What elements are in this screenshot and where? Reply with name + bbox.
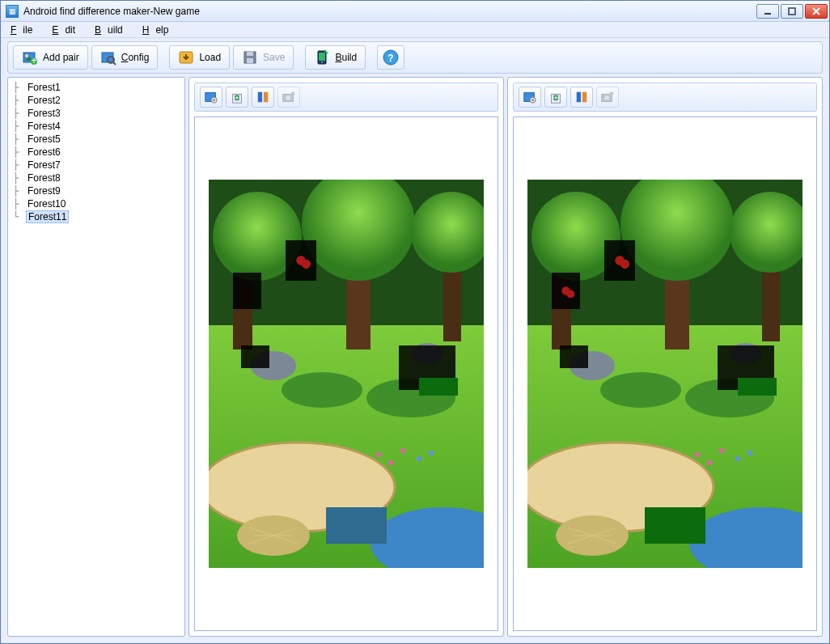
diff-marker	[738, 378, 777, 396]
load-button[interactable]: Load	[169, 45, 230, 70]
main-toolbar: + Add pair Config Load Save Build ?	[7, 41, 823, 74]
recycle-button[interactable]	[544, 87, 567, 108]
camera-button[interactable]	[596, 87, 619, 108]
svg-point-54	[531, 99, 533, 100]
svg-rect-60	[610, 92, 614, 95]
compare-button[interactable]	[570, 87, 593, 108]
diff-marker	[286, 240, 316, 281]
close-button[interactable]	[805, 4, 828, 19]
pair-list-item-label: Forest7	[26, 159, 62, 171]
app-icon: ▦	[6, 5, 19, 18]
maximize-button[interactable]	[781, 4, 803, 19]
svg-point-27	[286, 95, 290, 100]
load-icon	[178, 49, 194, 66]
pair-list-item[interactable]: └Forest11	[13, 210, 180, 223]
pair-list-item-label: Forest1	[26, 82, 62, 93]
pair-list-item[interactable]: ├Forest2	[13, 94, 180, 107]
pair-list-item[interactable]: ├Forest4	[13, 120, 180, 133]
minimize-button[interactable]	[756, 4, 779, 19]
svg-point-83	[747, 451, 752, 455]
pair-list-item[interactable]: ├Forest6	[13, 146, 180, 159]
save-icon	[242, 49, 258, 66]
svg-text:+: +	[31, 55, 36, 66]
config-label: Config	[121, 52, 150, 63]
pair-list-item[interactable]: ├Forest1	[13, 81, 180, 94]
svg-point-73	[600, 372, 681, 408]
add-pair-icon: +	[22, 49, 38, 66]
right-image-panel	[507, 77, 823, 637]
svg-point-49	[400, 448, 405, 453]
help-button[interactable]: ?	[377, 45, 404, 70]
save-label: Save	[263, 52, 285, 63]
menu-file[interactable]: File	[4, 23, 45, 37]
svg-rect-13	[247, 52, 253, 56]
window-controls	[756, 4, 828, 19]
svg-rect-24	[258, 92, 262, 103]
svg-rect-57	[582, 92, 587, 103]
diff-marker	[233, 273, 261, 309]
svg-point-47	[376, 452, 381, 457]
build-button[interactable]: Build	[305, 45, 366, 70]
left-canvas[interactable]	[194, 117, 498, 631]
config-icon	[100, 49, 116, 66]
svg-point-41	[282, 372, 362, 408]
help-icon: ?	[383, 49, 399, 66]
pair-list-item[interactable]: ├Forest5	[13, 133, 180, 146]
svg-rect-28	[291, 92, 295, 95]
svg-rect-16	[319, 53, 325, 61]
pair-list-item[interactable]: ├Forest8	[13, 172, 180, 184]
camera-button[interactable]	[277, 87, 300, 108]
right-image	[527, 180, 802, 568]
image-settings-button[interactable]	[519, 87, 541, 108]
left-image-toolbar	[194, 83, 498, 112]
right-image-toolbar	[513, 83, 817, 112]
menu-edit[interactable]: Edit	[45, 23, 88, 37]
left-image-panel	[188, 77, 504, 637]
svg-text:?: ?	[388, 53, 394, 64]
pair-list-item-label: Forest8	[26, 172, 62, 184]
save-button[interactable]: Save	[233, 45, 294, 70]
compare-button[interactable]	[252, 87, 274, 108]
pair-list-item[interactable]: ├Forest3	[13, 107, 180, 120]
svg-rect-14	[247, 58, 253, 63]
image-settings-button[interactable]	[200, 87, 222, 108]
menu-build[interactable]: Build	[88, 23, 136, 37]
svg-point-51	[429, 451, 434, 455]
diff-marker	[419, 378, 458, 396]
pair-list-item-label: Forest2	[26, 95, 62, 106]
svg-rect-25	[264, 92, 268, 103]
pair-list-item[interactable]: ├Forest9	[13, 184, 180, 197]
pair-list-item-label: Forest9	[26, 185, 62, 197]
app-window: ▦ Android find difference maker-New game…	[0, 0, 830, 644]
svg-rect-1	[789, 8, 795, 15]
left-image	[209, 180, 484, 568]
build-label: Build	[335, 52, 357, 63]
diff-marker	[552, 273, 580, 309]
svg-point-22	[213, 99, 214, 100]
pair-list-item-label: Forest10	[26, 198, 67, 210]
svg-point-59	[604, 95, 608, 100]
window-title: Android find difference maker-New game	[23, 6, 756, 17]
right-canvas[interactable]	[513, 117, 817, 631]
recycle-button[interactable]	[226, 87, 248, 108]
pair-list-item[interactable]: ├Forest7	[13, 159, 180, 172]
svg-point-82	[735, 456, 740, 461]
menu-bar: File Edit Build Help	[1, 22, 829, 38]
pair-list-item-label: Forest5	[26, 133, 62, 145]
diff-marker	[645, 507, 705, 544]
pair-list-item[interactable]: ├Forest10	[13, 197, 180, 210]
svg-point-80	[707, 460, 712, 465]
add-pair-button[interactable]: + Add pair	[13, 45, 88, 70]
diff-marker	[604, 240, 635, 281]
svg-point-50	[417, 456, 421, 461]
menu-help[interactable]: Help	[136, 23, 182, 37]
svg-rect-56	[577, 92, 581, 103]
svg-point-17	[321, 61, 323, 63]
config-button[interactable]: Config	[91, 45, 159, 70]
build-icon	[314, 49, 330, 66]
diff-marker	[560, 345, 588, 368]
svg-point-48	[388, 460, 393, 465]
title-bar: ▦ Android find difference maker-New game	[1, 1, 829, 22]
svg-point-79	[695, 452, 700, 457]
diff-marker	[241, 345, 269, 368]
